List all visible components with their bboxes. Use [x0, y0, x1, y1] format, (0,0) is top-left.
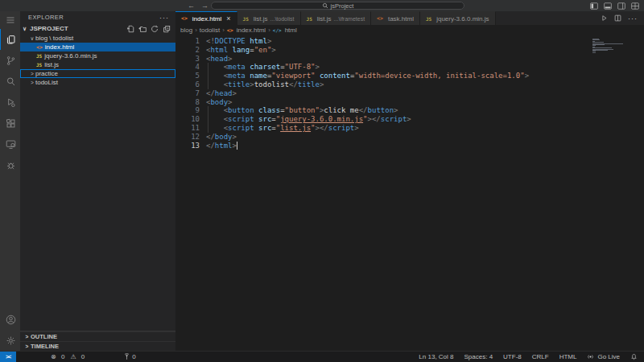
tab-list-js-todolist[interactable]: JS list.js ...\todolist: [237, 11, 301, 25]
new-file-icon[interactable]: [126, 25, 134, 33]
crumb-todolist[interactable]: todolist: [200, 27, 220, 34]
chevron-down-icon: ∨: [23, 26, 30, 32]
code-line[interactable]: 10 <script src="jquery-3.6.0.min.js"></s…: [175, 115, 644, 124]
code-line[interactable]: 3<head>: [175, 55, 644, 64]
language-mode[interactable]: HTML: [559, 353, 577, 360]
explorer-more-icon[interactable]: ···: [159, 14, 169, 22]
tab-label: list.js: [254, 15, 268, 23]
chevron-right-icon: >: [29, 71, 35, 76]
ports-status[interactable]: 0: [123, 353, 135, 360]
search-icon: [322, 2, 328, 9]
notifications-bell-icon[interactable]: [630, 353, 638, 360]
settings-gear-icon[interactable]: [0, 330, 20, 351]
code-text: <meta charset="UTF-8">: [206, 63, 320, 72]
folder-blog-todolist[interactable]: ∨ blog \ todolist: [20, 34, 175, 43]
editor-group: <> index.html × JS list.js ...\todolist …: [175, 11, 644, 351]
menu-icon[interactable]: [0, 11, 20, 29]
extensions-icon[interactable]: [0, 113, 20, 134]
toggle-secondary-sidebar-icon[interactable]: [617, 2, 625, 10]
collapse-all-icon[interactable]: [163, 25, 171, 33]
customize-layout-icon[interactable]: [631, 2, 639, 10]
code-line[interactable]: 13</html>: [175, 142, 644, 150]
status-bar: >< ⊗ 0 ⚠ 0 0 Ln 13, Col 8 Spaces: 4 UTF-…: [0, 351, 644, 362]
toggle-panel-icon[interactable]: [604, 2, 612, 10]
minimap-line: [592, 52, 596, 53]
breadcrumb: blog › todolist › <> index.html › </> ht…: [175, 25, 644, 35]
tab-jquery[interactable]: JS jquery-3.6.0.min.js: [420, 11, 496, 25]
crumb-index-html[interactable]: index.html: [237, 27, 266, 34]
source-control-icon[interactable]: [0, 50, 20, 71]
code-line[interactable]: 11 <script src="list.js"></script>: [175, 124, 644, 133]
tab-list-js-iframetest[interactable]: JS list.js ...\iframetest: [301, 11, 372, 25]
crumb-html[interactable]: html: [285, 27, 297, 34]
encoding[interactable]: UTF-8: [503, 353, 522, 360]
nav-forward-icon[interactable]: →: [201, 2, 208, 10]
live-preview-icon[interactable]: [0, 134, 20, 154]
problems-status[interactable]: ⊗ 0 ⚠ 0: [51, 353, 85, 360]
tab-label: task.html: [388, 15, 414, 23]
indentation[interactable]: Spaces: 4: [464, 353, 493, 360]
bug-tool-icon[interactable]: [0, 154, 20, 175]
minimap[interactable]: [592, 39, 623, 53]
chevron-right-icon: >: [23, 334, 31, 339]
file-jquery[interactable]: JS jquery-3.6.0.min.js: [20, 51, 175, 60]
cursor-position[interactable]: Ln 13, Col 8: [419, 353, 453, 360]
remote-indicator[interactable]: ><: [0, 352, 16, 362]
run-file-icon[interactable]: [601, 14, 608, 22]
code-text: </body>: [206, 133, 237, 142]
code-line[interactable]: 6 <title>todolist</title>: [175, 80, 644, 89]
crumb-blog[interactable]: blog: [180, 27, 192, 34]
explorer-icon[interactable]: [0, 29, 20, 50]
project-name: JSPROJECT: [30, 25, 68, 32]
code-text: <script src="jquery-3.6.0.min.js"></scri…: [206, 115, 411, 124]
code-line[interactable]: 4 <meta charset="UTF-8">: [175, 63, 644, 72]
code-line[interactable]: 2<html lang="en">: [175, 46, 644, 55]
line-number: 7: [175, 89, 200, 98]
run-debug-icon[interactable]: [0, 92, 20, 113]
line-number: 13: [175, 142, 200, 150]
toggle-sidebar-icon[interactable]: [590, 2, 598, 10]
code-text: <body>: [206, 98, 233, 107]
html-file-icon: <>: [181, 15, 188, 22]
line-number: 10: [175, 115, 200, 124]
code-editor[interactable]: 1<!DOCTYPE html>2<html lang="en">3<head>…: [175, 35, 644, 351]
outline-label: OUTLINE: [31, 333, 57, 340]
code-line[interactable]: 8<body>: [175, 98, 644, 107]
outline-section[interactable]: > OUTLINE: [20, 331, 175, 341]
file-list-js[interactable]: JS list.js: [20, 60, 175, 69]
refresh-icon[interactable]: [151, 25, 159, 33]
tab-task-html[interactable]: <> task.html: [371, 11, 420, 25]
code-line[interactable]: 7</head>: [175, 89, 644, 98]
accounts-icon[interactable]: [0, 309, 20, 330]
file-index-html[interactable]: <> index.html: [20, 43, 175, 51]
close-icon[interactable]: ×: [226, 14, 230, 23]
line-number: 5: [175, 72, 200, 80]
code-text: <meta name="viewport" content="width=dev…: [206, 72, 529, 80]
folder-practice[interactable]: > practice: [20, 69, 175, 78]
line-number: 9: [175, 106, 200, 115]
tab-index-html[interactable]: <> index.html ×: [175, 11, 237, 25]
nav-back-icon[interactable]: ←: [188, 2, 195, 10]
line-number: 12: [175, 133, 200, 142]
go-live-button[interactable]: Go Live: [587, 353, 620, 360]
activity-bar: [0, 11, 20, 351]
code-line[interactable]: 9 <button class="button">click me</butto…: [175, 106, 644, 115]
editor-more-icon[interactable]: ···: [628, 14, 638, 23]
code-line[interactable]: 12</body>: [175, 133, 644, 142]
search-box-text: jsProject: [331, 2, 354, 10]
project-header[interactable]: ∨ JSPROJECT: [20, 23, 175, 34]
chevron-right-icon: >: [29, 80, 35, 85]
search-sidebar-icon[interactable]: [0, 71, 20, 92]
code-line[interactable]: 5 <meta name="viewport" content="width=d…: [175, 72, 644, 80]
folder-todolist[interactable]: > todoList: [20, 78, 175, 87]
remote-icon: ><: [6, 354, 10, 360]
code-line[interactable]: 1<!DOCTYPE html>: [175, 37, 644, 46]
timeline-section[interactable]: > TIMELINE: [20, 341, 175, 351]
new-folder-icon[interactable]: [138, 25, 147, 33]
eol-sequence[interactable]: CRLF: [532, 353, 549, 360]
line-number: 6: [175, 80, 200, 89]
command-center-search[interactable]: jsProject: [211, 2, 464, 10]
title-bar: ← → jsProject: [0, 0, 644, 11]
code-text: <!DOCTYPE html>: [206, 37, 271, 46]
split-editor-icon[interactable]: [614, 14, 621, 22]
